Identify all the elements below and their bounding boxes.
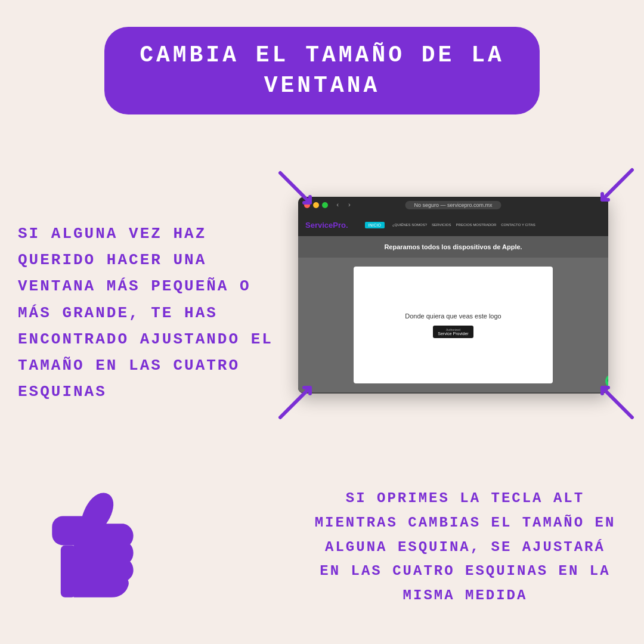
nav-link-4: CONTACTO Y CITAS [501,223,535,227]
dot-green [322,202,328,208]
arrow-bottom-left [268,376,322,429]
svg-line-3 [602,388,632,417]
site-header: ServicePro. INICIO ¿QUIÉNES SOMOS? SERVI… [298,213,608,236]
arrow-top-left [268,161,322,215]
back-button: ‹ [336,202,340,209]
white-card: Donde quiera que veas este logo Authoriz… [354,267,552,383]
svg-line-2 [280,388,310,417]
bottom-description: SI OPRIMES LA TECLA ALT MIENTRAS CAMBIAS… [310,487,620,608]
left-description: SI ALGUNA VEZ HAZ QUERIDO HACER UNA VENT… [18,221,292,405]
nav-link-1: ¿QUIÉNES SOMOS? [392,223,427,227]
site-logo: ServicePro. [305,221,348,230]
svg-line-0 [280,173,310,203]
title-text: CAMBIA EL TAMAÑO DE LA VENTANA [128,40,516,101]
apple-badge: Authorized Service Provider [433,326,473,338]
title-banner: CAMBIA EL TAMAÑO DE LA VENTANA [104,27,540,114]
card-text: Donde quiera que veas este logo [405,312,501,320]
page: CAMBIA EL TAMAÑO DE LA VENTANA SI ALGUNA… [0,0,644,644]
svg-rect-4 [61,546,76,597]
browser-content: ServicePro. INICIO ¿QUIÉNES SOMOS? SERVI… [298,213,608,394]
nav-link-3: PRECIOS MOSTRADOR [456,223,497,227]
nav-links: ¿QUIÉNES SOMOS? SERVICIOS PRECIOS MOSTRA… [392,223,535,227]
nav-link-2: SERVICIOS [432,223,451,227]
svg-line-1 [602,170,632,200]
browser-window: ‹ › No seguro — servicepro.com.mx Servic… [298,197,608,394]
forward-button: › [348,202,352,209]
browser-titlebar: ‹ › No seguro — servicepro.com.mx [298,197,608,213]
site-main: Donde quiera que veas este logo Authoriz… [298,258,608,392]
thumbs-up-icon [36,489,155,608]
arrow-bottom-right [590,376,644,429]
url-bar: No seguro — servicepro.com.mx [405,201,501,209]
nav-highlight: INICIO [365,222,385,228]
site-banner: Reparamos todos los dispositivos de Appl… [298,236,608,258]
arrow-top-right [590,158,644,212]
